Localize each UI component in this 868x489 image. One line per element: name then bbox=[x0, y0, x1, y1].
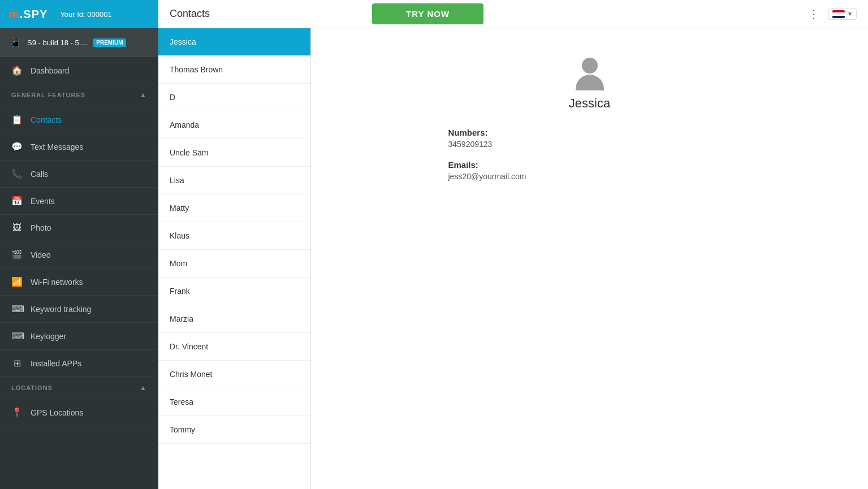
installed-apps-label: Installed APPs bbox=[31, 359, 81, 368]
chevron-down-icon: ▼ bbox=[847, 11, 853, 17]
contact-item-frank[interactable]: Frank bbox=[158, 278, 310, 305]
main-content: 📱 S9 - build 18 - 5.... PREMIUM 🏠 Dashbo… bbox=[0, 28, 868, 489]
contact-name: Marzia bbox=[170, 314, 193, 323]
contact-item-chris-monet[interactable]: Chris Monet bbox=[158, 361, 310, 388]
contact-item-teresa[interactable]: Teresa bbox=[158, 388, 310, 416]
device-icon: 📱 bbox=[9, 36, 21, 49]
calls-icon: 📞 bbox=[11, 168, 23, 179]
sidebar-item-gps[interactable]: 📍 GPS Locations bbox=[0, 399, 158, 426]
logo-section: m.SPY Your Id: 000001 bbox=[0, 0, 158, 28]
sidebar-item-wifi[interactable]: 📶 Wi-Fi networks bbox=[0, 269, 158, 296]
contact-name: Klaus bbox=[170, 231, 189, 240]
contact-name: Dr. Vincent bbox=[170, 342, 208, 351]
chevron-up-icon-locations: ▲ bbox=[140, 384, 147, 392]
contact-item-lisa[interactable]: Lisa bbox=[158, 167, 310, 194]
sidebar-item-installed-apps[interactable]: ⊞ Installed APPs bbox=[0, 350, 158, 377]
gps-label: GPS Locations bbox=[31, 408, 83, 417]
sidebar-item-keylogger[interactable]: ⌨ Keylogger bbox=[0, 323, 158, 350]
sidebar-item-photo[interactable]: 🖼 Photo bbox=[0, 215, 158, 241]
contact-item-dr-vincent[interactable]: Dr. Vincent bbox=[158, 333, 310, 361]
user-id: Your Id: 000001 bbox=[60, 10, 111, 19]
header-main: Contacts TRY NOW ⋮ ▼ bbox=[158, 0, 868, 28]
sidebar-item-contacts[interactable]: 📋 Contacts bbox=[0, 106, 158, 133]
text-messages-label: Text Messages bbox=[31, 142, 83, 152]
contact-email: jess20@yourmail.com bbox=[448, 172, 731, 181]
try-now-button[interactable]: TRY NOW bbox=[372, 3, 483, 24]
premium-badge: PREMIUM bbox=[93, 38, 126, 47]
contact-name: Chris Monet bbox=[170, 370, 212, 379]
header-actions: ⋮ ▼ bbox=[808, 7, 857, 21]
contact-item-amanda[interactable]: Amanda bbox=[158, 111, 310, 139]
wifi-icon: 📶 bbox=[11, 276, 23, 287]
gps-icon: 📍 bbox=[11, 407, 23, 418]
try-now-container: TRY NOW bbox=[372, 3, 483, 24]
home-icon: 🏠 bbox=[11, 65, 23, 76]
device-name: S9 - build 18 - 5.... bbox=[27, 38, 87, 47]
page-title: Contacts bbox=[170, 8, 210, 20]
locations-label: LOCATIONS bbox=[11, 384, 53, 391]
video-label: Video bbox=[31, 250, 51, 259]
wifi-label: Wi-Fi networks bbox=[31, 278, 83, 287]
app-header: m.SPY Your Id: 000001 Contacts TRY NOW ⋮… bbox=[0, 0, 868, 28]
contact-item-thomas-brown[interactable]: Thomas Brown bbox=[158, 56, 310, 84]
avatar bbox=[570, 51, 610, 90]
contact-name: Tommy bbox=[170, 425, 195, 434]
photo-icon: 🖼 bbox=[11, 223, 23, 233]
keylogger-icon: ⌨ bbox=[11, 331, 23, 341]
contact-name: Teresa bbox=[170, 397, 193, 406]
photo-label: Photo bbox=[31, 223, 51, 232]
contact-numbers-section: Numbers: 3459209123 bbox=[448, 128, 731, 149]
contact-name: Uncle Sam bbox=[170, 148, 208, 157]
contact-list-panel: Jessica Thomas Brown D Amanda Uncle Sam … bbox=[158, 28, 311, 489]
events-icon: 📅 bbox=[11, 196, 23, 206]
sidebar-item-calls[interactable]: 📞 Calls bbox=[0, 161, 158, 188]
contacts-icon: 📋 bbox=[11, 114, 23, 125]
contact-item-marzia[interactable]: Marzia bbox=[158, 305, 310, 333]
contact-detail-name: Jessica bbox=[569, 96, 610, 111]
contact-detail-panel: Jessica Numbers: 3459209123 Emails: jess… bbox=[311, 28, 868, 489]
avatar-head bbox=[582, 58, 598, 73]
contact-name: Amanda bbox=[170, 120, 199, 129]
dashboard-label: Dashboard bbox=[31, 66, 70, 75]
keyword-tracking-label: Keyword tracking bbox=[31, 305, 91, 314]
calls-label: Calls bbox=[31, 170, 48, 179]
contact-name: Frank bbox=[170, 287, 190, 296]
language-selector[interactable]: ▼ bbox=[828, 8, 857, 20]
contact-item-uncle-sam[interactable]: Uncle Sam bbox=[158, 139, 310, 167]
contact-name: Mom bbox=[170, 259, 187, 268]
contact-item-tommy[interactable]: Tommy bbox=[158, 416, 310, 444]
contact-item-d[interactable]: D bbox=[158, 84, 310, 111]
numbers-label: Numbers: bbox=[448, 128, 731, 137]
chevron-up-icon: ▲ bbox=[140, 91, 147, 99]
contact-item-jessica[interactable]: Jessica bbox=[158, 28, 310, 56]
contact-name: Jessica bbox=[170, 37, 196, 46]
general-features-label: GENERAL FEATURES bbox=[11, 92, 85, 98]
sidebar-item-keyword-tracking[interactable]: ⌨ Keyword tracking bbox=[0, 296, 158, 323]
contact-item-klaus[interactable]: Klaus bbox=[158, 222, 310, 250]
contacts-label: Contacts bbox=[31, 115, 62, 124]
contact-name: Thomas Brown bbox=[170, 65, 223, 74]
text-messages-icon: 💬 bbox=[11, 141, 23, 152]
keylogger-label: Keylogger bbox=[31, 332, 66, 341]
contact-name: D bbox=[170, 93, 175, 102]
locations-section: LOCATIONS ▲ bbox=[0, 377, 158, 399]
contact-item-mom[interactable]: Mom bbox=[158, 250, 310, 278]
video-icon: 🎬 bbox=[11, 249, 23, 260]
sidebar-item-events[interactable]: 📅 Events bbox=[0, 188, 158, 215]
flag-icon bbox=[832, 10, 845, 18]
keyword-icon: ⌨ bbox=[11, 304, 23, 314]
events-label: Events bbox=[31, 197, 55, 206]
installed-apps-icon: ⊞ bbox=[11, 358, 23, 369]
contact-number: 3459209123 bbox=[448, 140, 731, 149]
contact-item-matty[interactable]: Matty bbox=[158, 194, 310, 222]
avatar-body bbox=[576, 75, 604, 90]
general-features-section: GENERAL FEATURES ▲ bbox=[0, 84, 158, 106]
device-section: 📱 S9 - build 18 - 5.... PREMIUM bbox=[0, 28, 158, 57]
sidebar: 📱 S9 - build 18 - 5.... PREMIUM 🏠 Dashbo… bbox=[0, 28, 158, 489]
more-options-icon[interactable]: ⋮ bbox=[808, 7, 819, 21]
sidebar-item-dashboard[interactable]: 🏠 Dashboard bbox=[0, 57, 158, 84]
sidebar-item-text-messages[interactable]: 💬 Text Messages bbox=[0, 133, 158, 161]
contact-emails-section: Emails: jess20@yourmail.com bbox=[448, 160, 731, 181]
emails-label: Emails: bbox=[448, 160, 731, 170]
sidebar-item-video[interactable]: 🎬 Video bbox=[0, 241, 158, 269]
